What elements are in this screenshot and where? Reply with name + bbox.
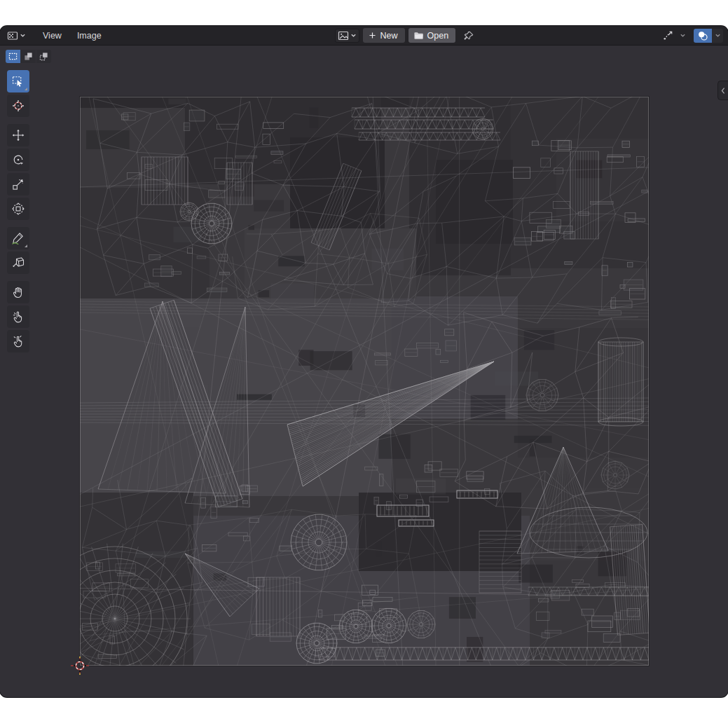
browse-image-dropdown[interactable] [335,29,359,43]
open-image-button[interactable]: Open [408,28,456,43]
tool-cursor[interactable] [7,95,29,117]
open-image-label: Open [427,31,449,41]
select-mode-buttons [6,50,51,63]
new-image-button[interactable]: New [363,28,405,43]
header-menus: View Image [35,29,109,43]
overlays-dropdown[interactable] [712,29,723,43]
select-mode-extend[interactable] [21,50,36,63]
image-editor-icon [7,30,18,41]
pin-toggle[interactable] [463,30,474,41]
editor-header: View Image New Open [0,26,728,46]
2d-cursor[interactable] [70,656,90,675]
editor-type-dropdown[interactable] [5,29,28,43]
tool-rotate[interactable] [7,149,29,171]
overlays-control [694,29,723,43]
tool-rip-region[interactable] [7,252,29,274]
overlays-toggle[interactable] [694,29,712,43]
tool-relax[interactable] [7,305,29,328]
chevron-down-icon [680,32,686,39]
gizmos-control [659,29,688,43]
select-mode-new[interactable] [6,50,20,63]
gizmos-dropdown[interactable] [677,29,688,43]
tool-pinch[interactable] [7,330,29,352]
plus-icon [368,31,377,40]
gizmos-toggle[interactable] [659,29,677,43]
tool-select-box[interactable] [7,70,29,92]
uv-viewport[interactable] [0,46,728,697]
chevron-down-icon [350,32,357,39]
tool-scale[interactable] [7,173,29,195]
pin-icon [463,30,474,41]
chevron-down-icon [715,32,721,39]
tool-transform[interactable] [7,198,29,220]
menu-image[interactable]: Image [69,29,109,43]
new-image-label: New [380,31,398,41]
toolbar [7,70,29,355]
tool-move[interactable] [7,124,29,146]
menu-view[interactable]: View [35,29,69,43]
overlays-icon [697,30,708,41]
image-editor-area: View Image New Open [0,26,728,697]
uv-image-canvas[interactable] [80,97,649,666]
image-icon [338,30,349,41]
chevron-left-icon [720,87,726,95]
gizmo-icon [662,29,674,41]
tool-annotate[interactable] [7,227,29,249]
folder-icon [413,30,424,41]
tool-grab[interactable] [7,281,29,303]
select-mode-subtract[interactable] [36,50,51,63]
chevron-down-icon [20,32,26,39]
sidebar-toggle[interactable] [717,81,728,100]
